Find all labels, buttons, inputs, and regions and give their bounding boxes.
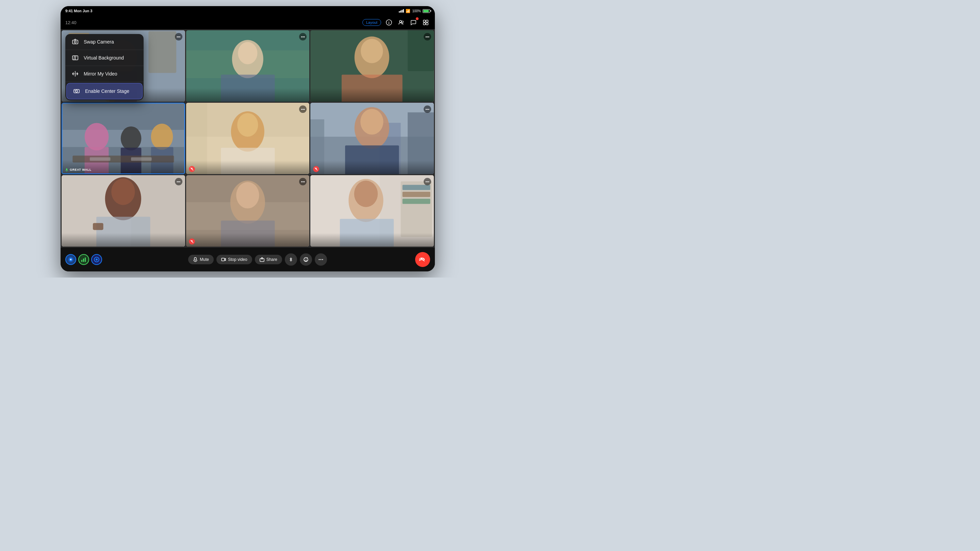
device-frame: 9:41 Mon Jun 3 📶 100% 12:40 Layout i bbox=[60, 6, 435, 272]
stop-video-button[interactable]: Stop video bbox=[216, 255, 252, 264]
center-stage-icon bbox=[73, 87, 80, 95]
bluetooth-icon bbox=[288, 257, 293, 262]
svg-rect-60 bbox=[93, 223, 103, 230]
toolbar-left bbox=[65, 254, 102, 265]
svg-rect-6 bbox=[423, 23, 425, 25]
status-bar: 9:41 Mon Jun 3 📶 100% bbox=[60, 6, 435, 16]
svg-rect-71 bbox=[402, 185, 430, 190]
info-button[interactable]: i bbox=[385, 18, 393, 27]
video-cell-9[interactable]: ••• bbox=[310, 175, 434, 246]
video-overlay-7 bbox=[62, 233, 185, 246]
end-call-icon bbox=[419, 256, 426, 263]
context-menu: Swap Camera Virtual Background bbox=[65, 34, 143, 100]
reactions-button[interactable] bbox=[300, 253, 312, 266]
more-options-btn-3[interactable]: ••• bbox=[424, 33, 431, 40]
svg-rect-92 bbox=[83, 259, 84, 262]
video-overlay-8 bbox=[186, 233, 310, 246]
svg-point-28 bbox=[121, 127, 142, 151]
mute-button[interactable]: Mute bbox=[188, 255, 214, 264]
video-cell-2[interactable]: ••• bbox=[186, 30, 310, 102]
video-overlay-9 bbox=[310, 233, 434, 246]
svg-point-65 bbox=[236, 182, 259, 208]
chat-button[interactable] bbox=[409, 18, 418, 27]
video-cell-7[interactable]: ••• bbox=[62, 175, 185, 246]
svg-point-26 bbox=[85, 123, 109, 151]
video-cell-5[interactable]: ••• bbox=[186, 103, 310, 174]
video-overlay-3 bbox=[310, 88, 434, 102]
more-options-btn-1[interactable]: ••• bbox=[175, 33, 182, 40]
more-options-btn-6[interactable]: ••• bbox=[424, 105, 431, 113]
video-icon bbox=[221, 257, 226, 262]
svg-rect-7 bbox=[426, 23, 428, 25]
svg-point-90 bbox=[70, 259, 72, 260]
svg-point-86 bbox=[76, 90, 78, 92]
participant-name-4: GREAT WALL bbox=[70, 168, 92, 171]
top-bar: 12:40 Layout i bbox=[60, 16, 435, 29]
end-call-button[interactable] bbox=[415, 252, 430, 267]
menu-item-swap-camera[interactable]: Swap Camera bbox=[65, 34, 143, 50]
more-icon bbox=[318, 259, 323, 260]
svg-rect-44 bbox=[191, 168, 192, 169]
svg-point-41 bbox=[237, 113, 258, 137]
webex-app-icon[interactable] bbox=[65, 254, 76, 265]
svg-rect-10 bbox=[148, 31, 176, 73]
signal-bars-icon bbox=[399, 9, 404, 13]
top-bar-controls: Layout i bbox=[363, 18, 430, 27]
video-cell-6[interactable]: ••• bbox=[310, 103, 434, 174]
presence-app-icon[interactable] bbox=[91, 254, 102, 265]
menu-item-virtual-background[interactable]: Virtual Background bbox=[65, 50, 143, 66]
battery-percent: 100% bbox=[412, 9, 421, 13]
reactions-icon bbox=[304, 257, 308, 262]
video-cell-8[interactable]: ••• bbox=[186, 175, 310, 246]
svg-point-105 bbox=[322, 259, 323, 260]
status-icons: 📶 100% bbox=[399, 9, 430, 13]
meeting-time: 12:40 bbox=[65, 20, 76, 25]
svg-point-78 bbox=[74, 41, 76, 43]
svg-rect-4 bbox=[423, 20, 425, 22]
wifi-icon: 📶 bbox=[406, 9, 410, 13]
video-cell-3[interactable]: ••• bbox=[310, 30, 434, 102]
virtual-background-label: Virtual Background bbox=[84, 55, 124, 60]
grid-view-button[interactable] bbox=[421, 18, 430, 27]
svg-point-2 bbox=[399, 21, 401, 22]
more-options-btn-9[interactable]: ••• bbox=[424, 178, 431, 185]
video-overlay-6 bbox=[310, 160, 434, 174]
svg-point-76 bbox=[354, 181, 378, 207]
svg-point-52 bbox=[360, 109, 383, 135]
svg-line-81 bbox=[75, 56, 76, 60]
svg-rect-96 bbox=[194, 257, 196, 260]
participant-label-4: GREAT WALL bbox=[65, 168, 92, 171]
svg-rect-93 bbox=[85, 257, 86, 262]
svg-point-30 bbox=[151, 124, 173, 150]
analytics-app-icon[interactable] bbox=[78, 254, 89, 265]
svg-rect-35 bbox=[66, 168, 67, 170]
participants-button[interactable] bbox=[397, 18, 406, 27]
svg-point-102 bbox=[306, 259, 307, 259]
svg-point-104 bbox=[320, 259, 321, 260]
mic-off-badge-5 bbox=[189, 166, 195, 172]
menu-item-center-stage[interactable]: Enable Center Stage bbox=[66, 83, 143, 99]
svg-rect-5 bbox=[426, 20, 428, 22]
more-options-btn-7[interactable]: ••• bbox=[175, 178, 182, 185]
svg-point-103 bbox=[318, 259, 320, 260]
video-cell-4[interactable]: GREAT WALL bbox=[62, 103, 185, 174]
video-overlay-2 bbox=[186, 88, 310, 102]
menu-item-mirror-video[interactable]: Mirror My Video bbox=[65, 66, 143, 82]
svg-rect-72 bbox=[402, 192, 430, 197]
more-options-button[interactable] bbox=[315, 253, 327, 266]
share-button[interactable]: Share bbox=[255, 255, 282, 264]
bluetooth-button[interactable] bbox=[285, 253, 297, 266]
svg-rect-98 bbox=[221, 258, 224, 261]
toolbar-right bbox=[413, 252, 430, 267]
mic-off-badge-8 bbox=[189, 238, 195, 245]
svg-rect-91 bbox=[81, 260, 82, 262]
battery-icon bbox=[423, 9, 430, 13]
svg-rect-54 bbox=[315, 168, 317, 169]
video-overlay-4 bbox=[62, 160, 185, 173]
mirror-video-label: Mirror My Video bbox=[84, 71, 118, 76]
toolbar-center: Mute Stop video Share bbox=[188, 253, 327, 266]
layout-button[interactable]: Layout bbox=[363, 19, 381, 26]
svg-rect-87 bbox=[75, 90, 76, 91]
svg-rect-77 bbox=[73, 40, 78, 44]
virtual-background-icon bbox=[72, 54, 79, 62]
